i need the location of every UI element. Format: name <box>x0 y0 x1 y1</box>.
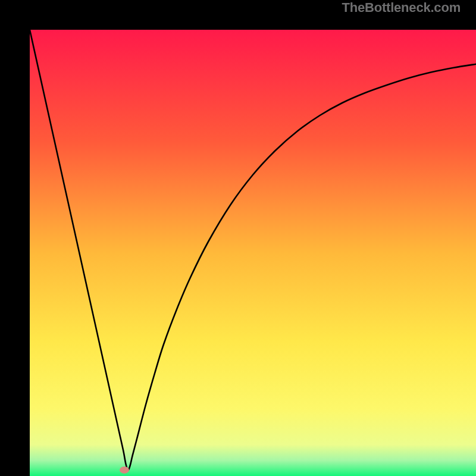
chart-frame <box>15 15 461 461</box>
gradient-background <box>30 30 476 476</box>
watermark-text: TheBottleneck.com <box>342 0 461 15</box>
optimal-marker <box>120 466 129 474</box>
bottleneck-chart <box>30 30 476 476</box>
